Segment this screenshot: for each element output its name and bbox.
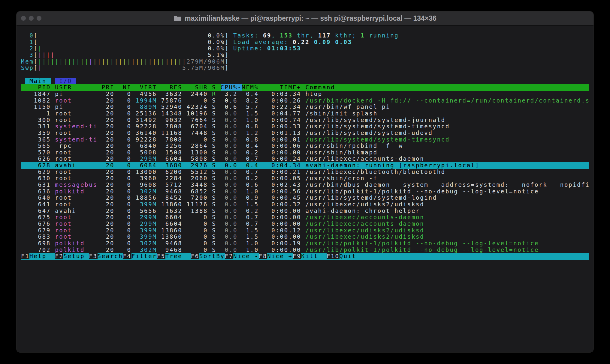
cell-virt: 299M	[136, 220, 157, 227]
process-row[interactable]: 570 root 20 0 5008 1508 1300 S 0.0 0.2 0…	[21, 149, 589, 156]
process-row[interactable]: 629 root 20 0 13000 6200 5512 S 0.0 0.7 …	[21, 169, 589, 175]
footer-action-nice[interactable]: Nice -	[233, 253, 259, 259]
column-header-virt[interactable]: VIRT	[136, 84, 157, 91]
process-row[interactable]: 630 root 20 0 3960 2284 2060 S 0.0 0.2 0…	[21, 175, 589, 182]
process-row[interactable]: 359 root 20 0 36140 11168 7448 S 0.0 1.2…	[21, 130, 589, 136]
cell-s: S	[212, 233, 216, 240]
meter-close-bracket: ]	[225, 45, 229, 52]
footer-key-f1[interactable]: F1	[21, 253, 29, 259]
process-row[interactable]: 628 avahi 20 0 6084 3680 2976 S 0.0 0.4 …	[21, 162, 589, 169]
footer-action-kill[interactable]: Kill	[301, 253, 327, 259]
minimize-button[interactable]	[29, 16, 34, 21]
cell-cpu: 0.0	[221, 240, 238, 246]
column-header-s[interactable]: S	[212, 84, 216, 91]
footer-key-f5[interactable]: F5	[157, 253, 165, 259]
process-row[interactable]: 683 root 20 0 399M 13860 0 S 0.0 1.5 0:0…	[21, 234, 589, 240]
process-row[interactable]: 698 polkitd 20 0 302M 9468 0 S 0.0 1.0 0…	[21, 240, 589, 247]
cell-pri: 20	[102, 155, 114, 162]
tab-io[interactable]: I/O	[55, 78, 76, 84]
process-row[interactable]: 1082 root 20 0 1994M 75876 0 S 0.6 8.2 0…	[21, 97, 589, 104]
process-row[interactable]: 636 polkitd 20 0 302M 9468 6852 S 0.0 1.…	[21, 188, 589, 195]
terminal[interactable]: 0[ 0.0%] Tasks: 69, 153 thr, 117 kthr; 1…	[17, 25, 593, 352]
cell-virt: 6084	[136, 162, 157, 169]
footer-key-f10[interactable]: F10	[327, 253, 339, 259]
meter-cpu0: 0[ 0.0%] Tasks: 69, 153 thr, 117 kthr; 1…	[21, 32, 589, 39]
tab-main[interactable]: Main	[25, 78, 51, 84]
process-row[interactable]: 626 root 20 0 299M 6604 5808 S 0.0 0.7 0…	[21, 156, 589, 162]
cell-s: S	[212, 162, 216, 169]
cell-s: S	[212, 181, 216, 188]
process-row[interactable]: 1 root 20 0 25136 14348 10196 S 0.0 1.5 …	[21, 110, 589, 117]
process-row[interactable]: 679 root 20 0 399M 13860 0 S 0.0 1.5 0:0…	[21, 227, 589, 234]
cell-res: 3680	[161, 162, 183, 169]
process-row[interactable]: 702 polkitd 20 0 302M 9468 0 S 0.0 1.0 0…	[21, 247, 589, 253]
cell-pri: 20	[102, 110, 114, 117]
cell-time: 0:03.34	[263, 91, 301, 97]
summary-segment: 69	[263, 32, 271, 39]
footer-key-f7[interactable]: F7	[225, 253, 233, 259]
cell-shr: 6852	[186, 188, 208, 195]
cell-s: S	[212, 117, 216, 123]
meter-label: 0	[21, 32, 34, 39]
footer-key-f6[interactable]: F6	[191, 253, 199, 259]
process-row[interactable]: 676 root 20 0 299M 6604 0 S 0.0 0.7 0:00…	[21, 221, 589, 227]
cell-user: root	[55, 233, 97, 240]
process-row[interactable]: 675 root 20 0 299M 6604 0 S 0.0 0.7 0:00…	[21, 214, 589, 221]
footer-action-quit[interactable]: Quit	[340, 253, 365, 259]
process-row[interactable]: 365 systemd-ti 20 0 92228 7808 0 S 0.0 0…	[21, 136, 589, 143]
cell-cmd: /usr/libexec/udisks2/udisksd	[305, 227, 424, 234]
process-row[interactable]: 640 root 20 0 18856 8452 7200 S 0.0 0.9 …	[21, 195, 589, 201]
cell-cmd: /usr/lib/systemd/systemd-journald	[305, 117, 445, 123]
process-row[interactable]: 1847 pi 20 0 4956 3632 2440 R 3.2 0.4 0:…	[21, 91, 589, 97]
cell-res: 7808	[161, 136, 183, 143]
cell-virt: 36140	[136, 130, 157, 136]
footer-action-setup[interactable]: Setup	[63, 253, 89, 259]
cell-time: 0:00.26	[263, 97, 301, 104]
footer-action-help[interactable]: Help	[29, 253, 55, 259]
cell-time: 0:02.43	[263, 181, 301, 188]
cell-s: S	[212, 142, 216, 149]
process-row[interactable]: 1150 pi 20 0 889M 52940 42324 S 0.6 5.7 …	[21, 104, 589, 110]
cell-time: 0:00.00	[263, 207, 301, 214]
footer-key-f3[interactable]: F3	[89, 253, 97, 259]
column-header-pri[interactable]: PRI	[102, 84, 114, 91]
column-header-ni[interactable]: NI	[119, 84, 131, 91]
process-row[interactable]: 565 _rpc 20 0 6840 3256 2864 S 0.0 0.4 0…	[21, 143, 589, 149]
cell-virt: 92228	[136, 123, 157, 130]
summary-segment: thr	[293, 32, 310, 39]
column-header-res[interactable]: RES	[161, 84, 183, 91]
footer-action-tree[interactable]: Tree	[165, 253, 191, 259]
meter-label: 2	[21, 45, 34, 52]
process-row[interactable]: 300 root 20 0 31492 9032 7664 S 0.0 1.0 …	[21, 117, 589, 124]
cell-s: S	[212, 201, 216, 207]
process-row[interactable]: 641 root 20 0 399M 13860 11176 S 0.0 1.5…	[21, 201, 589, 208]
footer-action-sortby[interactable]: SortBy	[199, 253, 225, 259]
footer-action-filter[interactable]: Filter	[131, 253, 157, 259]
process-row[interactable]: 647 avahi 20 0 5656 1632 1388 S 0.0 0.2 …	[21, 208, 589, 214]
cell-time: 0:00.01	[263, 136, 301, 143]
column-header-cmd[interactable]: Command	[305, 84, 335, 91]
process-row[interactable]: 331 systemd-ti 20 0 92228 7808 6704 S 0.…	[21, 123, 589, 130]
footer-key-f4[interactable]: F4	[123, 253, 131, 259]
titlebar[interactable]: maximiliankaske — pi@raspberrypi: ~ — ss…	[17, 11, 593, 25]
column-header-shr[interactable]: SHR	[186, 84, 208, 91]
cell-time: 0:00.19	[263, 240, 301, 246]
cell-time: 0:22.34	[263, 103, 301, 110]
footer-action-search[interactable]: Search	[98, 253, 123, 259]
footer-action-nice[interactable]: Nice +	[267, 253, 293, 259]
footer-key-f2[interactable]: F2	[55, 253, 63, 259]
summary-segment: 153	[280, 32, 293, 39]
cell-user: polkitd	[55, 240, 97, 246]
column-header-mem[interactable]: MEM%	[242, 84, 259, 91]
column-header-cpu[interactable]: CPU%-	[221, 84, 242, 91]
footer-key-f9[interactable]: F9	[293, 253, 301, 259]
cell-user: avahi	[55, 207, 97, 214]
zoom-button[interactable]	[37, 16, 41, 21]
column-header-pid[interactable]: PID	[21, 84, 51, 91]
close-button[interactable]	[21, 16, 26, 21]
column-header-user[interactable]: USER	[55, 84, 97, 91]
column-header-time[interactable]: TIME+	[263, 84, 301, 91]
process-row[interactable]: 631 messagebus 20 0 9608 5712 3448 S 0.0…	[21, 182, 589, 188]
footer-key-f8[interactable]: F8	[259, 253, 267, 259]
cell-shr: 0	[186, 214, 208, 220]
